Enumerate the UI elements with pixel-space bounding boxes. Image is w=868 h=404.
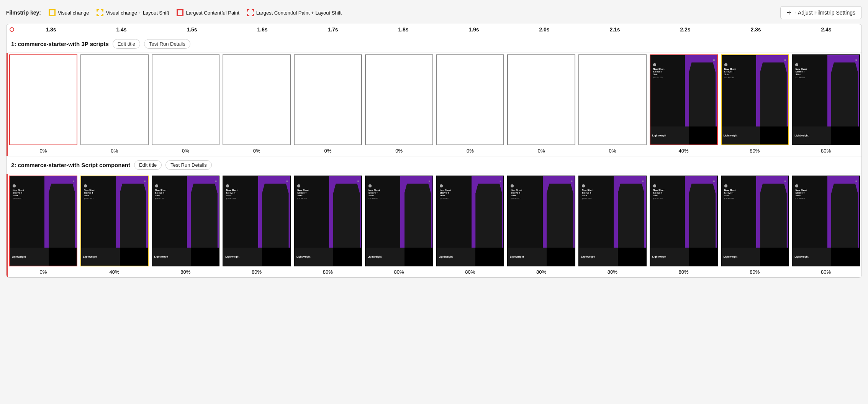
visual-change-icon bbox=[49, 9, 56, 16]
percent-label-1-10: 80% bbox=[750, 268, 760, 277]
frame-screenshot[interactable]: New ShortSleeve T-Shirt $25.99 USD ≡ Lig… bbox=[9, 176, 77, 266]
percent-label-0-7: 0% bbox=[538, 147, 545, 156]
key-label: Filmstrip key: bbox=[6, 10, 41, 16]
tick-7: 2.0s bbox=[533, 26, 556, 33]
frame-col-1-1: New ShortSleeve T-Shirt $25.99 USD ≡ Lig… bbox=[79, 174, 150, 277]
tick-1: 1.4s bbox=[110, 26, 133, 33]
visual-change-label: Visual change bbox=[58, 10, 89, 16]
frame-col-1-3: New ShortSleeve T-Shirt $25.99 USD ≡ Lig… bbox=[221, 174, 292, 277]
frame-col-1-11: New ShortSleeve T-Shirt $25.99 USD ≡ Lig… bbox=[790, 174, 861, 277]
screenshot-content: New ShortSleeve T-Shirt $25.99 USD ≡ Lig… bbox=[722, 55, 788, 145]
frame-empty[interactable] bbox=[436, 54, 504, 145]
frame-col-1-4: New ShortSleeve T-Shirt $25.99 USD ≡ Lig… bbox=[292, 174, 364, 277]
percent-label-1-3: 80% bbox=[252, 268, 262, 277]
frame-col-0-2: 0% bbox=[150, 53, 221, 156]
frame-screenshot[interactable]: New ShortSleeve T-Shirt $25.99 USD ≡ Lig… bbox=[792, 176, 860, 266]
frame-empty[interactable] bbox=[507, 54, 575, 145]
tick-4: 1.7s bbox=[321, 26, 344, 33]
frame-empty[interactable] bbox=[365, 54, 433, 145]
screenshot-content: New ShortSleeve T-Shirt $25.99 USD ≡ Lig… bbox=[437, 176, 504, 266]
percent-label-0-8: 0% bbox=[609, 147, 616, 156]
screenshot-content: New ShortSleeve T-Shirt $25.99 USD ≡ Lig… bbox=[295, 176, 361, 266]
percent-label-1-2: 80% bbox=[180, 268, 190, 277]
frame-screenshot[interactable]: New ShortSleeve T-Shirt $25.99 USD ≡ Lig… bbox=[650, 54, 718, 145]
frame-screenshot[interactable]: New ShortSleeve T-Shirt $25.99 USD ≡ Lig… bbox=[507, 176, 575, 266]
frame-empty[interactable] bbox=[9, 54, 77, 145]
row-header-1: 2: commerce-starter-with Script componen… bbox=[7, 156, 861, 174]
frame-screenshot[interactable]: New ShortSleeve T-Shirt $25.99 USD ≡ Lig… bbox=[721, 176, 789, 266]
frame-screenshot[interactable]: New ShortSleeve T-Shirt $25.99 USD ≡ Lig… bbox=[578, 176, 647, 266]
screenshot-content: New ShortSleeve T-Shirt $25.99 USD ≡ Lig… bbox=[10, 176, 77, 266]
tick-3: 1.6s bbox=[251, 26, 274, 33]
frame-col-1-5: New ShortSleeve T-Shirt $25.99 USD ≡ Lig… bbox=[364, 174, 435, 277]
frame-col-1-8: New ShortSleeve T-Shirt $25.99 USD ≡ Lig… bbox=[577, 174, 648, 277]
rows-container: 1: commerce-starter-with 3P scriptsEdit … bbox=[7, 35, 861, 278]
tick-6: 1.9s bbox=[462, 26, 485, 33]
percent-label-1-11: 80% bbox=[821, 268, 831, 277]
frame-col-1-7: New ShortSleeve T-Shirt $25.99 USD ≡ Lig… bbox=[506, 174, 577, 277]
frame-col-0-7: 0% bbox=[506, 53, 577, 156]
edit-title-button-0[interactable]: Edit title bbox=[113, 39, 140, 49]
frame-empty[interactable] bbox=[80, 54, 149, 145]
percent-label-1-8: 80% bbox=[608, 268, 617, 277]
key-item-lcp: Largest Contentful Paint bbox=[177, 9, 239, 16]
adjust-filmstrip-button[interactable]: ✛ + Adjust Filmstrip Settings bbox=[780, 6, 862, 19]
frame-col-0-6: 0% bbox=[435, 53, 506, 156]
percent-label-0-2: 0% bbox=[182, 147, 189, 156]
screenshot-content: New ShortSleeve T-Shirt $25.99 USD ≡ Lig… bbox=[722, 176, 788, 266]
frame-screenshot[interactable]: New ShortSleeve T-Shirt $25.99 USD ≡ Lig… bbox=[223, 176, 291, 266]
frame-col-0-11: New ShortSleeve T-Shirt $25.99 USD ≡ Lig… bbox=[790, 53, 861, 156]
test-run-details-button-0[interactable]: Test Run Details bbox=[144, 39, 190, 49]
frame-col-1-0: New ShortSleeve T-Shirt $25.99 USD ≡ Lig… bbox=[8, 174, 79, 277]
frames-row-0: 0%0%0%0%0%0%0%0%0% New ShortSleeve T-Shi… bbox=[7, 53, 861, 156]
screenshot-content: New ShortSleeve T-Shirt $25.99 USD ≡ Lig… bbox=[650, 176, 717, 266]
main-container: 1.3s1.4s1.5s1.6s1.7s1.8s1.9s2.0s2.1s2.2s… bbox=[6, 24, 862, 278]
frame-screenshot[interactable]: New ShortSleeve T-Shirt $25.99 USD ≡ Lig… bbox=[721, 54, 789, 145]
row-section-1: 2: commerce-starter-with Script componen… bbox=[7, 156, 861, 278]
percent-label-1-4: 80% bbox=[323, 268, 333, 277]
frame-empty[interactable] bbox=[294, 54, 362, 145]
percent-label-0-1: 0% bbox=[111, 147, 118, 156]
frame-screenshot[interactable]: New ShortSleeve T-Shirt $25.99 USD ≡ Lig… bbox=[436, 176, 504, 266]
frame-screenshot[interactable]: New ShortSleeve T-Shirt $25.99 USD ≡ Lig… bbox=[152, 176, 220, 266]
percent-label-1-7: 80% bbox=[536, 268, 546, 277]
frame-col-0-4: 0% bbox=[292, 53, 364, 156]
percent-label-0-4: 0% bbox=[324, 147, 331, 156]
frame-empty[interactable] bbox=[578, 54, 647, 145]
frame-col-1-10: New ShortSleeve T-Shirt $25.99 USD ≡ Lig… bbox=[719, 174, 791, 277]
frame-screenshot[interactable]: New ShortSleeve T-Shirt $25.99 USD ≡ Lig… bbox=[650, 176, 718, 266]
frames-row-1: New ShortSleeve T-Shirt $25.99 USD ≡ Lig… bbox=[7, 174, 861, 277]
visual-layout-icon bbox=[97, 9, 103, 16]
screenshot-content: New ShortSleeve T-Shirt $25.99 USD ≡ Lig… bbox=[650, 55, 717, 145]
row-header-0: 1: commerce-starter-with 3P scriptsEdit … bbox=[7, 35, 861, 53]
top-bar: Filmstrip key: Visual change Visual chan… bbox=[6, 6, 862, 19]
frame-col-0-1: 0% bbox=[79, 53, 150, 156]
frame-screenshot[interactable]: New ShortSleeve T-Shirt $25.99 USD ≡ Lig… bbox=[294, 176, 362, 266]
screenshot-content: New ShortSleeve T-Shirt $25.99 USD ≡ Lig… bbox=[81, 176, 148, 266]
row-title-0: 1: commerce-starter-with 3P scripts bbox=[11, 41, 109, 47]
tick-5: 1.8s bbox=[392, 26, 415, 33]
frame-empty[interactable] bbox=[152, 54, 220, 145]
percent-label-0-11: 80% bbox=[821, 147, 831, 156]
adjust-filmstrip-label: + Adjust Filmstrip Settings bbox=[794, 10, 855, 16]
visual-layout-label: Visual change + Layout Shift bbox=[106, 10, 169, 16]
frame-screenshot[interactable]: New ShortSleeve T-Shirt $25.99 USD ≡ Lig… bbox=[365, 176, 433, 266]
lcp-icon bbox=[177, 9, 183, 16]
tick-9: 2.2s bbox=[674, 26, 697, 33]
frame-screenshot[interactable]: New ShortSleeve T-Shirt $25.99 USD ≡ Lig… bbox=[80, 176, 149, 266]
frame-empty[interactable] bbox=[223, 54, 291, 145]
frame-screenshot[interactable]: New ShortSleeve T-Shirt $25.99 USD ≡ Lig… bbox=[792, 54, 860, 145]
screenshot-content: New ShortSleeve T-Shirt $25.99 USD ≡ Lig… bbox=[152, 176, 219, 266]
screenshot-content: New ShortSleeve T-Shirt $25.99 USD ≡ Lig… bbox=[366, 176, 432, 266]
percent-label-0-3: 0% bbox=[253, 147, 260, 156]
key-item-lcp-layout: Largest Contentful Paint + Layout Shift bbox=[247, 9, 342, 16]
timeline-ticks: 1.3s1.4s1.5s1.6s1.7s1.8s1.9s2.0s2.1s2.2s… bbox=[16, 26, 861, 33]
frame-col-0-10: New ShortSleeve T-Shirt $25.99 USD ≡ Lig… bbox=[719, 53, 791, 156]
percent-label-1-5: 80% bbox=[394, 268, 404, 277]
row-section-0: 1: commerce-starter-with 3P scriptsEdit … bbox=[7, 35, 861, 156]
percent-label-0-0: 0% bbox=[39, 147, 47, 156]
test-run-details-button-1[interactable]: Test Run Details bbox=[165, 160, 212, 170]
edit-title-button-1[interactable]: Edit title bbox=[134, 160, 162, 170]
lcp-layout-icon bbox=[247, 9, 254, 16]
lcp-layout-label: Largest Contentful Paint + Layout Shift bbox=[256, 10, 342, 16]
